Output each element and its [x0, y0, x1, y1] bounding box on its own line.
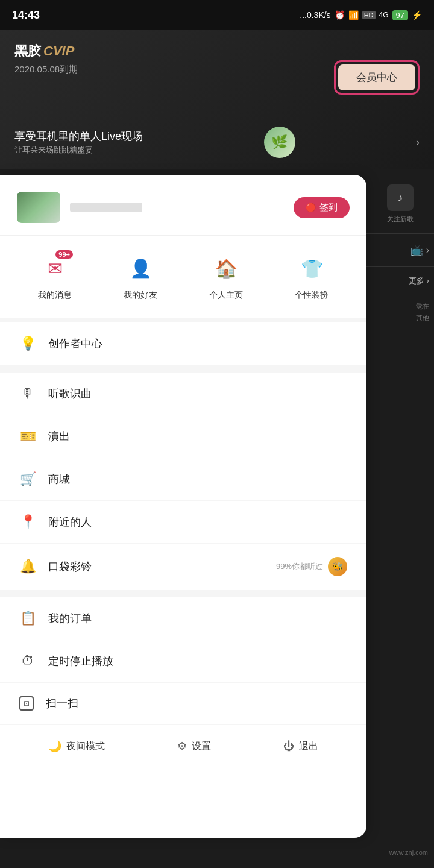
quick-actions: ✉ 99+ 我的消息 👤 我的好友 🏠 个人主页 👕: [0, 236, 366, 322]
checkin-icon: 🔴: [306, 203, 316, 212]
quick-action-profile-icon-wrap: 🏠: [210, 253, 242, 284]
quick-action-theme-icon-wrap: 👕: [296, 253, 327, 284]
vip-live-text: 享受耳机里的单人Live现场 让耳朵来场跳跳糖盛宴: [14, 129, 143, 156]
logout-icon: ⏻: [283, 740, 294, 753]
quick-action-friends[interactable]: 👤 我的好友: [124, 253, 157, 301]
night-label: 夜间模式: [66, 740, 105, 753]
menu-item-shop[interactable]: 🛒 商城: [0, 458, 366, 501]
menu-item-nearby[interactable]: 📍 附近的人: [0, 501, 366, 544]
vip-member-button[interactable]: 会员中心: [338, 64, 415, 90]
vip-type: CVIP: [43, 43, 74, 59]
bg-right-panel: ♪ 关注新歌 📺 › 更多 › 觉在 其他: [366, 175, 434, 838]
creator-icon: 💡: [19, 336, 36, 351]
bg-right-newmusic-icon: ♪: [387, 184, 414, 211]
bg-right-more: 更多 ›: [366, 267, 434, 295]
menu-section-2: 📋 我的订单 ⏱ 定时停止播放 ⊡ 扫一扫: [0, 597, 366, 725]
bg-right-newmusic-label: 关注新歌: [371, 215, 429, 224]
hd-icon: HD: [362, 11, 376, 19]
quick-action-friends-icon-wrap: 👤: [125, 253, 156, 284]
show-icon: 🎫: [19, 429, 36, 444]
menu-item-orders[interactable]: 📋 我的订单: [0, 597, 366, 640]
friends-label: 我的好友: [124, 290, 157, 301]
menu-item-scan[interactable]: ⊡ 扫一扫: [0, 683, 366, 725]
friends-icon: 👤: [130, 258, 152, 279]
drawer-panel: 🔴 签到 ✉ 99+ 我的消息 👤 我的好友 🏠: [0, 175, 366, 838]
menu-item-show[interactable]: 🎫 演出: [0, 415, 366, 458]
vip-banner: 黑胶 CVIP 2020.05.08到期 会员中心 享受耳机里的单人Live现场…: [0, 30, 434, 169]
show-label: 演出: [48, 429, 347, 444]
vip-title: 黑胶 CVIP: [14, 42, 420, 60]
ringtone-icon: 🔔: [19, 559, 36, 574]
theme-icon: 👕: [301, 258, 323, 279]
logout-label: 退出: [299, 740, 318, 753]
ringtone-avatar: 🐝: [328, 557, 347, 576]
ringtone-extra-text: 99%你都听过: [276, 561, 323, 572]
user-name-bar: [70, 203, 142, 212]
shop-icon: 🛒: [19, 471, 36, 487]
nearby-label: 附近的人: [48, 515, 347, 529]
messages-badge: 99+: [55, 250, 73, 259]
shazam-label: 听歌识曲: [48, 386, 347, 401]
vip-live-row: 享受耳机里的单人Live现场 让耳朵来场跳跳糖盛宴 🌿 ›: [14, 127, 420, 158]
chevron-right-icon: ›: [416, 136, 420, 149]
nearby-icon: 📍: [19, 514, 36, 530]
user-name-area: [70, 203, 142, 212]
section-gap-2: [0, 590, 366, 597]
user-avatar-block: [17, 192, 142, 223]
watermark: www.znj.com: [389, 849, 428, 856]
profile-icon: 🏠: [215, 258, 237, 279]
menu-item-ringtone[interactable]: 🔔 口袋彩铃 99%你都听过 🐝: [0, 544, 366, 590]
quick-action-messages[interactable]: ✉ 99+ 我的消息: [38, 253, 72, 301]
bg-right-feel: 觉在: [371, 302, 429, 311]
drawer-bottom: 🌙 夜间模式 ⚙ 设置 ⏻ 退出: [0, 725, 366, 767]
bg-right-text: 觉在 其他: [366, 295, 434, 330]
user-avatar[interactable]: [17, 192, 60, 223]
4g-icon: 4G: [379, 11, 389, 19]
messages-icon: ✉: [48, 258, 63, 279]
bottom-btn-night[interactable]: 🌙 夜间模式: [48, 740, 105, 753]
section-gap-1: [0, 365, 366, 373]
quick-action-profile[interactable]: 🏠 个人主页: [209, 253, 243, 301]
chevron-right-tv: ›: [426, 245, 429, 256]
settings-label: 设置: [192, 740, 211, 753]
shop-label: 商城: [48, 472, 347, 486]
scan-icon: ⊡: [19, 696, 34, 711]
status-time: 14:43: [12, 9, 40, 22]
timer-label: 定时停止播放: [48, 654, 347, 668]
orders-label: 我的订单: [48, 611, 347, 626]
orders-icon: 📋: [19, 611, 36, 626]
menu-item-creator[interactable]: 💡 创作者中心: [0, 322, 366, 365]
menu-item-timer[interactable]: ⏱ 定时停止播放: [0, 640, 366, 683]
timer-icon: ⏱: [19, 653, 36, 669]
messages-label: 我的消息: [38, 290, 72, 301]
vip-member-btn-wrap[interactable]: 会员中心: [334, 60, 420, 95]
background-app: 14:43 ...0.3K/s ⏰ 📶 HD 4G 97 ⚡ 黑胶 CVIP 2…: [0, 0, 434, 868]
signal-icon: 📶: [348, 10, 359, 20]
ringtone-extra: 99%你都听过 🐝: [276, 557, 347, 576]
night-icon: 🌙: [48, 740, 61, 753]
flash-icon: ⚡: [412, 10, 422, 20]
checkin-button[interactable]: 🔴 签到: [294, 197, 350, 218]
bottom-btn-logout[interactable]: ⏻ 退出: [283, 740, 318, 753]
checkin-label: 签到: [319, 202, 338, 213]
status-bar: 14:43 ...0.3K/s ⏰ 📶 HD 4G 97 ⚡: [0, 0, 434, 30]
vip-live-title: 享受耳机里的单人Live现场: [14, 129, 143, 143]
creator-label: 创作者中心: [48, 336, 347, 351]
bg-right-item-newmusic: ♪ 关注新歌: [366, 175, 434, 234]
bottom-btn-settings[interactable]: ⚙ 设置: [177, 740, 211, 753]
menu-item-shazam[interactable]: 🎙 听歌识曲: [0, 373, 366, 415]
vip-live-desc: 让耳朵来场跳跳糖盛宴: [14, 145, 143, 156]
settings-icon: ⚙: [177, 740, 187, 753]
drawer-header: 🔴 签到: [0, 175, 366, 236]
battery-icon: 97: [392, 10, 408, 20]
ringtone-label: 口袋彩铃: [48, 559, 264, 574]
status-icons: ...0.3K/s ⏰ 📶 HD 4G 97 ⚡: [300, 10, 422, 20]
menu-section-1: 💡 创作者中心 🎙 听歌识曲 🎫 演出 🛒 商城 📍 附近的人: [0, 322, 366, 590]
theme-label: 个性装扮: [295, 290, 329, 301]
bg-right-tv: 📺 ›: [366, 234, 434, 267]
tv-icon: 📺: [410, 244, 424, 257]
scan-label: 扫一扫: [46, 696, 347, 711]
bg-right-other: 其他: [371, 313, 429, 322]
vip-live-avatar[interactable]: 🌿: [264, 127, 295, 158]
quick-action-theme[interactable]: 👕 个性装扮: [295, 253, 329, 301]
